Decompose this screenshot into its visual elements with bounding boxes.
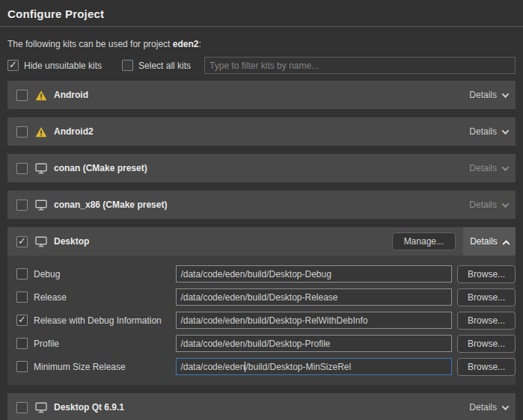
details-button[interactable]: Details: [462, 117, 516, 146]
config-row-profile: Profile Browse...: [16, 335, 516, 352]
kit-checkbox[interactable]: ✓: [16, 236, 28, 247]
kit-row-desktop: ✓ Desktop Manage... Details Debug Browse…: [7, 227, 516, 385]
config-row-relwithdebinfo: ✓ Release with Debug Information Browse.…: [16, 312, 516, 329]
desktop-icon: [35, 200, 47, 211]
kit-checkbox[interactable]: [16, 163, 28, 174]
desktop-build-configs: Debug Browse... Release Browse... ✓ Rele…: [7, 256, 516, 385]
desktop-icon: [35, 402, 47, 413]
kit-list: Android Details Android2 Details conan (…: [7, 81, 516, 420]
details-button[interactable]: Details: [462, 81, 516, 109]
build-dir-input-release[interactable]: [176, 288, 452, 306]
hide-unsuitable-kits-label: Hide unsuitable kits: [24, 61, 102, 71]
warning-icon: [35, 90, 47, 101]
select-all-kits-checkbox[interactable]: [122, 60, 133, 71]
chevron-down-icon: [502, 90, 510, 98]
kit-row-conan-x86: conan_x86 (CMake preset) Details: [7, 191, 516, 219]
check-icon: ✓: [18, 315, 26, 324]
config-label: Minimum Size Release: [34, 362, 176, 372]
details-button-expanded[interactable]: Details: [463, 227, 516, 256]
select-all-kits-label: Select all kits: [138, 61, 191, 71]
page-title: Configure Project: [7, 7, 516, 20]
chevron-down-icon: [502, 164, 510, 171]
kit-header-android[interactable]: Android Details: [7, 81, 516, 109]
kit-header-conan-x86[interactable]: conan_x86 (CMake preset) Details: [7, 191, 516, 219]
kit-name: Android: [54, 90, 88, 100]
kit-header-android2[interactable]: Android2 Details: [7, 117, 516, 146]
check-icon: ✓: [9, 60, 17, 70]
browse-button[interactable]: Browse...: [457, 358, 516, 376]
kit-filter-toolbar: ✓ Hide unsuitable kits Select all kits: [7, 57, 516, 74]
build-dir-input-profile[interactable]: [176, 335, 452, 352]
chevron-down-icon: [502, 200, 510, 208]
check-icon: ✓: [18, 236, 26, 246]
config-checkbox[interactable]: ✓: [16, 315, 28, 326]
kit-checkbox[interactable]: [16, 90, 28, 101]
hide-unsuitable-kits-checkbox[interactable]: ✓: [7, 60, 19, 71]
details-button-disabled: Details: [462, 154, 516, 182]
project-name: eden2: [173, 39, 199, 49]
kit-header-desktop-qt[interactable]: Desktop Qt 6.9.1 Details: [7, 393, 516, 420]
details-button[interactable]: Details: [462, 393, 516, 420]
kit-name: Desktop: [54, 236, 89, 247]
kit-row-conan: conan (CMake preset) Details: [7, 154, 516, 182]
config-row-minsizerel: Minimum Size Release /data/code/eden/bui…: [16, 358, 516, 375]
build-dir-input-debug[interactable]: [176, 265, 452, 282]
chevron-up-icon: [502, 240, 510, 247]
manage-kits-button[interactable]: Manage...: [392, 232, 456, 250]
build-dir-input-minsizerel-focused[interactable]: /data/code/eden/build/Desktop-MinSizeRel: [176, 358, 452, 375]
config-checkbox[interactable]: [16, 268, 28, 280]
config-row-release: Release Browse...: [16, 288, 516, 306]
details-button-disabled: Details: [462, 191, 516, 219]
config-checkbox[interactable]: [16, 338, 28, 349]
kit-row-android: Android Details: [7, 81, 516, 109]
kits-help-text: The following kits can be used for proje…: [7, 39, 516, 49]
desktop-icon: [35, 236, 47, 247]
browse-button[interactable]: Browse...: [457, 288, 516, 306]
config-row-debug: Debug Browse...: [16, 265, 516, 282]
config-label: Release with Debug Information: [34, 315, 176, 326]
browse-button[interactable]: Browse...: [457, 335, 516, 353]
title-divider: [0, 26, 523, 27]
kit-name: Android2: [54, 126, 94, 137]
desktop-icon: [35, 163, 47, 174]
browse-button[interactable]: Browse...: [457, 312, 516, 330]
kit-name: conan_x86 (CMake preset): [54, 200, 167, 210]
kit-checkbox[interactable]: [16, 126, 28, 138]
kit-row-desktop-qt: Desktop Qt 6.9.1 Details: [7, 393, 516, 420]
warning-icon: [35, 126, 47, 138]
kit-name: Desktop Qt 6.9.1: [54, 402, 124, 413]
kit-header-desktop[interactable]: ✓ Desktop Manage... Details: [7, 227, 516, 256]
kit-name: conan (CMake preset): [54, 163, 147, 173]
chevron-down-icon: [502, 403, 510, 410]
config-label: Profile: [34, 339, 176, 349]
browse-button[interactable]: Browse...: [457, 265, 516, 283]
config-label: Debug: [34, 269, 176, 280]
config-checkbox[interactable]: [16, 361, 28, 372]
kit-filter-input[interactable]: [204, 57, 516, 74]
kit-row-android2: Android2 Details: [7, 117, 516, 146]
kit-checkbox[interactable]: [16, 402, 28, 413]
chevron-down-icon: [502, 127, 510, 135]
kit-header-conan[interactable]: conan (CMake preset) Details: [7, 154, 516, 182]
config-label: Release: [34, 292, 176, 303]
kit-checkbox[interactable]: [16, 200, 28, 211]
config-checkbox[interactable]: [16, 291, 28, 303]
build-dir-input-relwithdebinfo[interactable]: [176, 312, 452, 329]
